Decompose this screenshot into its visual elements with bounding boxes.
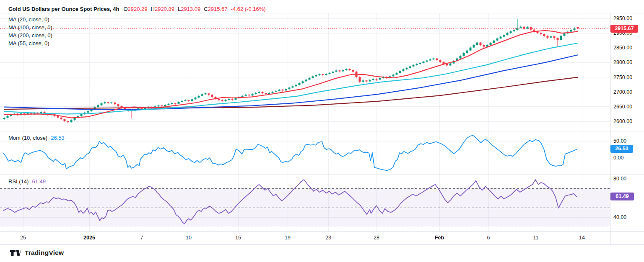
rsi-tick-label: 80.00 (613, 175, 626, 182)
price-tick-label: 2600.00 (613, 118, 632, 125)
mom-value: 26.53 (51, 135, 65, 141)
last-price-badge: 2915.67 (610, 25, 638, 33)
mom-tick-label: 0.00 (613, 154, 623, 161)
rsi-label: RSI (14) (8, 178, 29, 185)
time-tick-label: 19 (285, 235, 291, 241)
mom-label: Mom (10, close) (8, 135, 47, 141)
ma200-label: MA (200, close, 0) (8, 32, 52, 39)
time-tick-label: 6 (487, 235, 490, 241)
mom-value-badge: 26.53 (610, 145, 633, 153)
rsi-legend-row[interactable]: RSI (14) 61.49 (8, 178, 46, 185)
time-axis[interactable]: 25202571015192328Feb61114 (0, 231, 610, 244)
time-tick-label: 11 (533, 235, 539, 241)
chart-canvas[interactable] (0, 0, 644, 262)
ma200-legend-row[interactable]: MA (200, close, 0) (8, 32, 52, 39)
rsi-tick-label: 40.00 (613, 214, 626, 221)
ohlc-low: L2913.09 (178, 6, 200, 12)
time-tick-label: 25 (20, 235, 26, 241)
price-tick-label: 2750.00 (613, 74, 632, 81)
time-tick-label: 7 (140, 235, 143, 241)
price-tick-label: 2850.00 (613, 44, 632, 51)
ohlc-close: C2915.67 (204, 6, 227, 12)
ohlc-open: O2920.29 (122, 6, 147, 12)
time-tick-label: Feb (435, 235, 444, 241)
ma100-label: MA (100, close, 0) (8, 24, 52, 31)
time-tick-label: 10 (186, 235, 192, 241)
tradingview-attribution[interactable]: TradingView (10, 249, 64, 257)
ma20-label: MA (20, close, 0) (8, 16, 49, 23)
time-tick-label: 23 (325, 235, 331, 241)
ma55-label: MA (55, close, 0) (8, 40, 49, 46)
ma55-legend-row[interactable]: MA (55, close, 0) (8, 40, 49, 46)
tradingview-brand-text: TradingView (25, 249, 64, 257)
mom-legend-row[interactable]: Mom (10, close) 26.53 (8, 135, 65, 141)
mom-tick-label: 50.00 (613, 138, 626, 144)
symbol-title: Gold US Dollars per Ounce Spot Prices, 4… (8, 6, 119, 12)
change-value: -4.62 (-0.16%) (231, 6, 266, 12)
time-tick-label: 14 (579, 235, 585, 241)
price-axis[interactable]: 2950.002900.002850.002800.002750.002700.… (610, 13, 644, 244)
rsi-value: 61.49 (32, 178, 46, 185)
ma20-legend-row[interactable]: MA (20, close, 0) (8, 16, 49, 23)
symbol-legend-row[interactable]: Gold US Dollars per Ounce Spot Prices, 4… (8, 6, 266, 12)
ohlc-high: H2920.89 (151, 6, 174, 12)
time-tick-label: 15 (235, 235, 241, 241)
ma100-legend-row[interactable]: MA (100, close, 0) (8, 24, 52, 31)
tradingview-logo-icon (10, 249, 21, 257)
time-tick-label: 28 (374, 235, 379, 241)
price-tick-label: 2800.00 (613, 59, 632, 66)
price-tick-label: 2650.00 (613, 103, 632, 110)
time-tick-label: 2025 (83, 235, 95, 241)
rsi-value-badge: 61.49 (610, 193, 634, 200)
price-tick-label: 2950.00 (613, 15, 632, 22)
price-tick-label: 2700.00 (613, 89, 632, 95)
chart-window: Gold US Dollars per Ounce Spot Prices, 4… (0, 0, 644, 262)
